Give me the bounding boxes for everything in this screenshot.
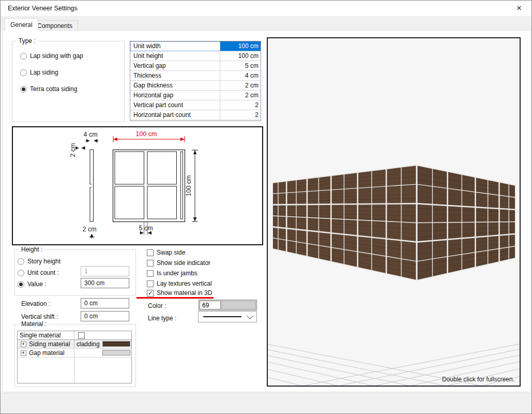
checkbox-label: Is under jambs — [157, 270, 197, 277]
property-value[interactable]: 100 cm — [220, 51, 261, 61]
property-value[interactable]: 5 cm — [220, 61, 261, 70]
checkbox-show-side-indicator[interactable]: Show side indicator — [147, 259, 210, 267]
line-type-combobox[interactable] — [198, 311, 257, 322]
property-row-vertical-gap[interactable]: Vertical gap 5 cm — [130, 61, 261, 71]
property-row-thickness[interactable]: Thickness 4 cm — [130, 71, 261, 81]
checkbox-icon[interactable] — [147, 280, 154, 287]
height-value-input[interactable] — [81, 278, 129, 288]
radio-value[interactable]: Value : — [18, 280, 46, 288]
radio-icon[interactable] — [18, 270, 24, 276]
radio-icon[interactable] — [20, 86, 27, 93]
radio-label: Lap siding — [30, 69, 58, 76]
window-title: Exterior Veneer Settings — [8, 5, 78, 12]
radio-icon[interactable] — [20, 69, 27, 76]
height-group-label: Height : — [19, 246, 44, 253]
radio-lap-siding-with-gap[interactable]: Lap siding with gap — [20, 52, 83, 60]
property-row-horizontal-part-count[interactable]: Horizontal part count 2 — [130, 110, 261, 120]
radio-terra-cotta-siding[interactable]: Terra cotta siding — [20, 85, 77, 93]
line-style-preview — [203, 316, 241, 317]
siding-material-swatch[interactable] — [102, 341, 130, 347]
property-value[interactable]: 2 cm — [220, 81, 261, 90]
radio-label: Unit count : — [27, 269, 59, 276]
unit-count-input[interactable] — [81, 266, 129, 276]
tabstrip: General Components — [1, 16, 531, 31]
checkbox-label: Swap side — [157, 249, 185, 256]
property-value[interactable]: 4 cm — [220, 71, 261, 80]
property-value[interactable]: 100 cm — [220, 41, 261, 51]
footer: Tamam İptal — [1, 393, 531, 414]
checkbox-icon[interactable] — [147, 249, 154, 256]
property-name: Thickness — [130, 71, 220, 80]
property-value[interactable]: 2 cm — [220, 91, 261, 100]
checkbox-label: Show side indicator — [157, 259, 210, 267]
radio-label: Lap siding with gap — [30, 52, 83, 60]
material-name: Gap material — [29, 349, 65, 357]
property-row-vertical-part-count[interactable]: Vertical part count 2 — [130, 100, 261, 110]
radio-lap-siding[interactable]: Lap siding — [20, 69, 58, 76]
color-swatch[interactable] — [221, 301, 256, 309]
property-row-unit-width[interactable]: Unit width 100 cm — [130, 41, 261, 51]
property-name: Horizontal gap — [130, 91, 220, 100]
material-table: Single material Siding material cladding… — [17, 331, 132, 383]
radio-label: Story height — [27, 258, 60, 265]
checkbox-label: Lay textures vertical — [157, 280, 212, 287]
radio-story-height[interactable]: Story height — [18, 258, 60, 265]
checkbox-label: Show material in 3D — [157, 289, 212, 297]
radio-label: Terra cotta siding — [30, 85, 77, 93]
radio-label: Value : — [27, 280, 46, 288]
tab-components[interactable]: Components — [32, 20, 78, 31]
property-row-gap-thickness[interactable]: Gap thickness 2 cm — [130, 81, 261, 91]
material-group-label: Material : — [19, 320, 49, 328]
checkbox-show-material-in-3d[interactable]: Show material in 3D — [147, 289, 212, 297]
dim-vertical-gap-label: 5 cm — [139, 225, 153, 232]
expand-plus-icon[interactable] — [21, 350, 26, 356]
color-number-input[interactable] — [200, 301, 221, 309]
property-name: Vertical gap — [130, 61, 220, 70]
checkbox-icon[interactable] — [147, 290, 154, 297]
radio-icon[interactable] — [18, 281, 24, 288]
dim-gap-bottom-label: 2 cm — [82, 226, 96, 233]
elevation-label: Elevation : — [21, 300, 50, 307]
preview-3d[interactable]: Double click for fullscreen. — [267, 37, 521, 387]
tab-general[interactable]: General — [5, 18, 38, 31]
preview-3d-canvas — [268, 38, 520, 386]
material-row-siding[interactable]: Siding material cladding — [18, 340, 131, 349]
elevation-input[interactable] — [81, 298, 129, 308]
material-row-single[interactable]: Single material — [18, 331, 131, 340]
checkbox-icon[interactable] — [147, 260, 154, 267]
type-group-label: Type : — [17, 37, 38, 45]
material-name: Siding material — [29, 341, 70, 348]
radio-unit-count[interactable]: Unit count : — [18, 269, 59, 276]
property-name: Vertical part count — [130, 100, 220, 110]
property-row-unit-height[interactable]: Unit height 100 cm — [130, 51, 261, 61]
expand-plus-icon[interactable] — [21, 342, 26, 347]
checkbox-icon[interactable] — [147, 270, 154, 277]
checkbox-swap-side[interactable]: Swap side — [147, 249, 185, 256]
gap-material-swatch[interactable] — [102, 350, 130, 356]
dimension-diagram: 4 cm 2 cm 2 cm 100 cm — [12, 126, 263, 245]
chevron-down-icon — [247, 313, 253, 319]
dim-gap-top-label: 2 cm — [69, 143, 77, 157]
checkbox-is-under-jambs[interactable]: Is under jambs — [147, 270, 197, 277]
diagram-svg: 4 cm 2 cm 2 cm 100 cm — [13, 127, 262, 244]
vertical-shift-input[interactable] — [81, 311, 129, 321]
property-name: Gap thickness — [130, 81, 220, 90]
radio-icon[interactable] — [18, 258, 24, 265]
property-name: Unit width — [130, 41, 220, 51]
radio-icon[interactable] — [20, 53, 27, 60]
material-table-empty-area — [18, 358, 131, 383]
dim-unit-width-label: 100 cm — [136, 130, 157, 138]
property-value[interactable]: 2 — [220, 100, 261, 110]
titlebar: Exterior Veneer Settings — [1, 1, 531, 16]
vertical-shift-label: Vertical shift : — [21, 313, 58, 320]
material-name: Single material — [18, 331, 74, 339]
material-value: cladding — [77, 341, 100, 348]
close-icon[interactable] — [513, 3, 525, 14]
dim-unit-height-label: 100 cm — [185, 175, 192, 197]
property-row-horizontal-gap[interactable]: Horizontal gap 2 cm — [130, 91, 261, 100]
single-material-checkbox[interactable] — [78, 332, 85, 339]
property-value[interactable]: 2 — [220, 110, 261, 120]
dialog-exterior-veneer-settings: Exterior Veneer Settings General Compone… — [0, 0, 532, 414]
material-row-gap[interactable]: Gap material — [18, 349, 131, 358]
checkbox-lay-textures-vertical[interactable]: Lay textures vertical — [147, 280, 212, 287]
